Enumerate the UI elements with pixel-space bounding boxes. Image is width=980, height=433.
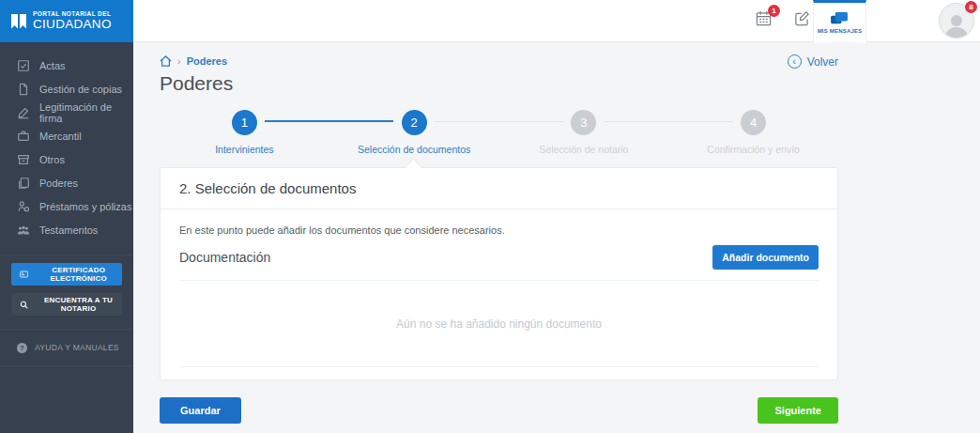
sidebar-item-prestamos-y-polizas[interactable]: Préstamos y pólizas — [0, 194, 133, 218]
breadcrumb-separator: › — [177, 55, 181, 67]
breadcrumb-current[interactable]: Poderes — [187, 55, 227, 67]
panel-intro-text: En este punto puede añadir los documento… — [179, 224, 819, 236]
siguiente-button[interactable]: Siguiente — [758, 397, 838, 424]
sidebar-item-gestion-de-copias[interactable]: Gestión de copias — [0, 77, 133, 101]
compose-button[interactable] — [794, 10, 810, 30]
person-icon — [942, 11, 971, 38]
volver-label: Volver — [807, 55, 838, 69]
sidebar-item-label: Poderes — [39, 178, 78, 189]
sidebar-item-legitimacion-de-firma[interactable]: Legitimación de firma — [0, 101, 133, 124]
sidebar-item-label: Legitimación de firma — [39, 101, 133, 124]
ayuda-manuales-link[interactable]: ? AYUDA Y MANUALES — [0, 337, 133, 358]
calendar-badge: 1 — [768, 5, 780, 17]
encuentra-label: ENCUENTRA A TU NOTARIO — [35, 296, 122, 313]
breadcrumb: › Poderes — [160, 55, 227, 67]
top-header: 1 MIS MENSAJES 8 — [133, 0, 980, 42]
documentation-row: Documentación Añadir documento — [179, 245, 819, 281]
card-icon — [20, 270, 28, 279]
step-2-circle[interactable]: 2 — [402, 110, 427, 135]
step-4-circle[interactable]: 4 — [741, 110, 766, 135]
logo-text: PORTAL NOTARIAL DEL CIUDADANO — [33, 11, 112, 31]
wizard-footer: Guardar Siguiente — [160, 397, 838, 424]
sidebar-item-label: Testamentos — [39, 224, 98, 236]
page-title: Poderes — [160, 72, 233, 95]
sidebar: PORTAL NOTARIAL DEL CIUDADANO Actas Gest… — [0, 0, 133, 433]
user-avatar[interactable]: 8 — [939, 3, 974, 39]
sidebar-item-label: Préstamos y pólizas — [39, 201, 131, 212]
add-document-button[interactable]: Añadir documento — [712, 245, 819, 270]
home-icon — [160, 55, 172, 67]
otros-icon — [17, 153, 30, 166]
step-3-label: Selección de notario — [499, 144, 669, 155]
step-1-circle[interactable]: 1 — [232, 110, 257, 135]
prestamos-icon — [17, 200, 30, 213]
documents-panel: 2. Selección de documentos En este punto… — [160, 167, 838, 380]
mis-mensajes-label: MIS MENSAJES — [818, 28, 863, 34]
sidebar-item-label: Otros — [39, 154, 65, 165]
certificado-electronico-button[interactable]: CERTIFICADO ELECTRÓNICO — [11, 263, 122, 286]
sidebar-item-poderes[interactable]: Poderes — [0, 171, 133, 194]
wizard-stepper: 1 Intervinientes 2 Selección de document… — [160, 106, 838, 155]
logo[interactable]: PORTAL NOTARIAL DEL CIUDADANO — [0, 0, 133, 42]
chevron-left-icon: ‹ — [788, 54, 802, 69]
logo-line2: CIUDADANO — [33, 18, 112, 31]
search-icon — [20, 300, 28, 310]
main-content: › Poderes ‹ Volver Poderes 1 Intervinien… — [133, 42, 980, 433]
logo-icon — [11, 14, 26, 29]
sidebar-item-testamentos[interactable]: Testamentos — [0, 218, 133, 241]
volver-link[interactable]: ‹ Volver — [788, 54, 838, 69]
step-confirmacion-envio: 4 Confirmación y envío — [668, 106, 838, 155]
step-seleccion-documentos: 2 Selección de documentos — [329, 106, 499, 155]
sidebar-item-mercantil[interactable]: Mercantil — [0, 124, 133, 147]
mercantil-icon — [17, 130, 30, 143]
actas-icon — [17, 59, 30, 72]
sidebar-item-label: Mercantil — [39, 131, 82, 142]
step-intervinientes: 1 Intervinientes — [160, 106, 329, 155]
step-4-label: Confirmación y envío — [668, 144, 838, 155]
step-seleccion-notario: 3 Selección de notario — [499, 106, 669, 155]
step-3-circle[interactable]: 3 — [571, 110, 596, 135]
sidebar-divider — [0, 365, 133, 366]
step-1-label: Intervinientes — [160, 144, 329, 155]
messages-icon — [831, 12, 849, 26]
sidebar-item-otros[interactable]: Otros — [0, 147, 133, 171]
documentation-label: Documentación — [179, 250, 270, 265]
question-icon: ? — [17, 343, 27, 353]
panel-title: 2. Selección de documentos — [161, 168, 837, 209]
ayuda-label: AYUDA Y MANUALES — [35, 343, 119, 352]
empty-documents-message: Aún no se ha añadido ningún documento — [179, 281, 819, 367]
sidebar-divider — [0, 255, 133, 255]
testamentos-icon — [17, 224, 30, 237]
mis-mensajes-tab[interactable]: MIS MENSAJES — [813, 0, 866, 42]
certificado-label: CERTIFICADO ELECTRÓNICO — [35, 266, 122, 283]
step-2-label: Selección de documentos — [329, 144, 499, 155]
sidebar-item-actas[interactable]: Actas — [0, 54, 133, 77]
calendar-button[interactable]: 1 — [756, 10, 772, 30]
avatar-badge: 8 — [965, 1, 977, 13]
breadcrumb-home[interactable] — [160, 55, 172, 67]
sidebar-nav: Actas Gestión de copias Legitimación de … — [0, 54, 133, 241]
compose-icon — [794, 10, 810, 26]
sidebar-divider — [0, 329, 133, 330]
guardar-button[interactable]: Guardar — [160, 397, 241, 424]
sidebar-item-label: Gestión de copias — [39, 84, 122, 95]
poderes-icon — [17, 177, 30, 190]
encuentra-notario-button[interactable]: ENCUENTRA A TU NOTARIO — [11, 293, 122, 316]
firma-icon — [17, 106, 30, 119]
copias-icon — [17, 83, 30, 96]
sidebar-item-label: Actas — [39, 60, 66, 71]
